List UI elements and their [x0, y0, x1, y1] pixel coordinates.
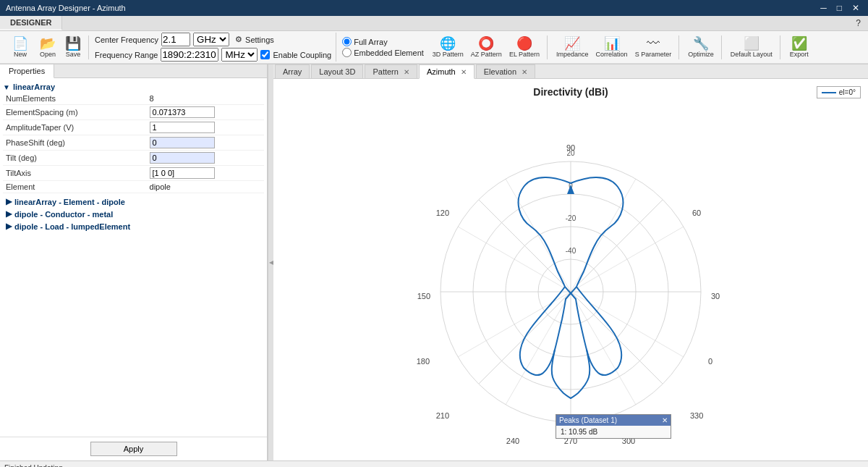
close-elevation-tab-icon[interactable]: ✕: [522, 68, 527, 76]
correlation-icon: 📊: [604, 37, 620, 50]
center-freq-label: Center Frequency: [95, 35, 158, 44]
svg-text:120: 120: [436, 209, 449, 217]
tilt-input[interactable]: [150, 152, 215, 164]
full-array-radio[interactable]: [342, 37, 352, 46]
center-freq-unit[interactable]: GHz MHz: [193, 33, 229, 46]
chart-legend: el=0°: [817, 86, 861, 98]
right-panel: Array Layout 3D Pattern ✕ Azimuth ✕ Elev…: [273, 64, 868, 460]
title-bar: Antenna Array Designer - Azimuth ─ □ ✕: [0, 0, 868, 16]
sub-section-element[interactable]: ▶ linearArray - Element - dipole: [3, 195, 264, 207]
sub-expand-icon: ▶: [6, 197, 12, 206]
maximize-button[interactable]: □: [834, 3, 845, 13]
element-spacing-input[interactable]: [150, 106, 215, 118]
save-button[interactable]: 💾 Save: [62, 35, 84, 59]
el-pattern-icon: 🔴: [516, 37, 532, 50]
table-row: TiltAxis: [3, 166, 264, 181]
properties-panel: ▼ linearArray NumElements 8 ElementSpaci…: [0, 78, 267, 437]
svg-text:330: 330: [690, 411, 703, 420]
window-controls: ─ □ ✕: [817, 3, 862, 13]
phase-shift-input[interactable]: [150, 137, 215, 148]
embedded-element-radio-label[interactable]: Embedded Element: [342, 48, 424, 57]
status-text: Finished Updating: [4, 464, 63, 467]
minimize-button[interactable]: ─: [817, 3, 830, 13]
3d-pattern-icon: 🌐: [440, 37, 456, 50]
freq-range-label: Frequency Range: [95, 51, 158, 59]
svg-text:30: 30: [711, 292, 720, 300]
correlation-button[interactable]: 📊 Correlation: [593, 35, 631, 59]
s-parameter-button[interactable]: 〰 S Parameter: [632, 35, 675, 59]
main-toolbar: 📄 New 📂 Open 💾 Save Center Frequency GHz: [0, 31, 868, 64]
apply-button[interactable]: Apply: [90, 442, 177, 456]
status-bar: Finished Updating: [0, 460, 868, 467]
full-array-radio-label[interactable]: Full Array: [342, 37, 424, 46]
az-pattern-button[interactable]: ⭕ AZ Pattern: [468, 35, 505, 59]
polar-grid: 20 0 -20 -40 90 60 30 0 3: [417, 143, 720, 445]
sub-expand-icon: ▶: [6, 209, 12, 219]
impedance-icon: 📈: [564, 37, 580, 50]
amplitude-taper-input[interactable]: [150, 122, 215, 133]
file-section: 📄 New 📂 Open 💾 Save: [3, 35, 89, 59]
3d-pattern-button[interactable]: 🌐 3D Pattern: [430, 35, 467, 59]
svg-text:180: 180: [417, 357, 430, 366]
optimize-icon: 🔧: [693, 37, 709, 50]
table-row: PhaseShift (deg): [3, 135, 264, 151]
embedded-element-radio[interactable]: [342, 48, 352, 57]
expand-arrow-icon: ▼: [3, 83, 10, 91]
properties-tab[interactable]: Properties: [0, 64, 54, 78]
default-layout-icon: ⬜: [744, 37, 760, 50]
table-row: Element dipole: [3, 181, 264, 193]
sub-expand-icon: ▶: [6, 222, 12, 231]
legend-line-icon: [822, 92, 836, 93]
help-button[interactable]: ?: [853, 18, 864, 28]
panel-resize-handle[interactable]: ◀: [268, 64, 273, 460]
open-icon: 📂: [40, 37, 56, 50]
center-freq-input[interactable]: [161, 33, 190, 46]
sub-section-conductor[interactable]: ▶ dipole - Conductor - metal: [3, 207, 264, 219]
close-peaks-icon[interactable]: ✕: [662, 416, 668, 424]
input-section: Center Frequency GHz MHz ⚙ Settings Freq…: [90, 33, 336, 62]
az-pattern-icon: ⭕: [478, 37, 494, 50]
freq-range-unit[interactable]: MHz GHz: [221, 48, 258, 62]
enable-coupling-checkbox[interactable]: [260, 50, 270, 59]
svg-text:0: 0: [708, 357, 712, 366]
tab-array[interactable]: Array: [275, 64, 310, 78]
left-panel: Properties ▼ linearArray NumElements 8 E…: [0, 64, 268, 460]
svg-text:210: 210: [436, 411, 449, 420]
svg-text:-20: -20: [566, 214, 576, 222]
tab-pattern[interactable]: Pattern ✕: [365, 64, 417, 78]
table-row: Tilt (deg): [3, 151, 264, 166]
tab-layout3d[interactable]: Layout 3D: [311, 64, 363, 78]
num-elements-value: 8: [150, 94, 154, 103]
tilt-axis-input[interactable]: [150, 167, 215, 179]
optimize-section: 🔧 Optimize: [681, 35, 722, 59]
default-layout-button[interactable]: ⬜ Default Layout: [728, 35, 775, 59]
tab-elevation[interactable]: Elevation ✕: [476, 64, 535, 78]
view-section: ⬜ Default Layout: [723, 35, 780, 59]
designer-tab[interactable]: DESIGNER: [0, 16, 62, 30]
el-pattern-button[interactable]: 🔴 EL Pattern: [506, 35, 542, 59]
impedance-button[interactable]: 📈 Impedance: [553, 35, 592, 59]
table-row: ElementSpacing (m): [3, 105, 264, 120]
panel-tabs: Properties: [0, 64, 267, 78]
tab-azimuth[interactable]: Azimuth ✕: [419, 64, 475, 79]
coupling-section: 📈 Impedance 📊 Correlation 〰 S Parameter: [549, 35, 679, 59]
close-azimuth-tab-icon[interactable]: ✕: [461, 68, 467, 76]
chart-tabs: Array Layout 3D Pattern ✕ Azimuth ✕ Elev…: [273, 64, 868, 79]
peaks-title-bar: Peaks (Dataset 1) ✕: [556, 415, 671, 426]
new-button[interactable]: 📄 New: [7, 35, 33, 59]
chart-area: el=0° Directivity (dBi): [273, 79, 868, 460]
svg-text:90: 90: [566, 143, 575, 152]
freq-range-input[interactable]: [161, 48, 218, 62]
table-row: NumElements 8: [3, 93, 264, 105]
close-pattern-tab-icon[interactable]: ✕: [404, 68, 409, 76]
linear-array-section-header[interactable]: ▼ linearArray: [3, 81, 264, 93]
sub-section-load[interactable]: ▶ dipole - Load - lumpedElement: [3, 219, 264, 232]
apply-btn-row: Apply: [0, 437, 267, 460]
open-button[interactable]: 📂 Open: [35, 35, 61, 59]
pattern-section: Full Array Embedded Element 🌐 3D Pattern…: [338, 35, 548, 59]
export-button[interactable]: ✅ Export: [786, 35, 812, 59]
close-button[interactable]: ✕: [849, 3, 862, 13]
optimize-button[interactable]: 🔧 Optimize: [685, 35, 717, 59]
s-parameter-icon: 〰: [647, 37, 660, 50]
svg-text:-40: -40: [566, 247, 576, 255]
